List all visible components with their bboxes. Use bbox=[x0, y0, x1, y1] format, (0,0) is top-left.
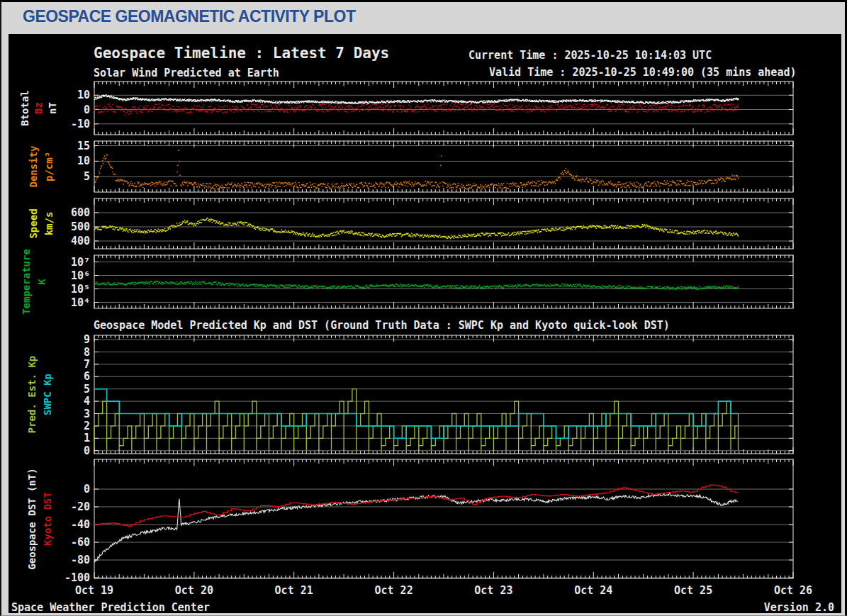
ytick-label: -40 bbox=[71, 518, 90, 531]
panel-frame bbox=[94, 141, 793, 192]
ytick-label: 10⁴ bbox=[71, 296, 90, 309]
xtick-label: Oct 25 bbox=[674, 584, 712, 597]
ytick-label: -80 bbox=[71, 554, 90, 566]
ytick-label: 15 bbox=[77, 140, 90, 152]
axis-label-imf-bz-btotal-1: Bz bbox=[33, 102, 44, 114]
panel-imf-bz-btotal: 100-10BtotalBznT bbox=[19, 82, 793, 135]
series-Density bbox=[94, 150, 739, 190]
ytick-label: 10⁷ bbox=[71, 256, 90, 269]
axis-label-kp-1: SWPC Kp bbox=[42, 374, 53, 415]
axis-label-speed-0: Speed bbox=[28, 208, 39, 238]
ytick-label: -20 bbox=[71, 500, 90, 513]
panel-speed: 600500400Speedkm/s bbox=[28, 198, 793, 249]
panel-kp: 9876543210Pred. Est. KpSWPC Kp bbox=[26, 333, 793, 457]
ytick-label: 8 bbox=[84, 346, 90, 359]
ytick-label: 9 bbox=[84, 333, 90, 346]
series-Btotal bbox=[94, 94, 739, 104]
ytick-label: 5 bbox=[84, 170, 90, 183]
ytick-label: 5 bbox=[84, 383, 90, 396]
axis-label-temperature-0: Temperature bbox=[21, 249, 32, 315]
ytick-label: 0 bbox=[84, 483, 90, 495]
ytick-label: 7 bbox=[84, 358, 90, 371]
ytick-label: -10 bbox=[71, 118, 90, 130]
series-Geospace DST bbox=[94, 493, 738, 562]
page-title: GEOSPACE GEOMAGNETIC ACTIVITY PLOT bbox=[23, 7, 355, 26]
ytick-label: 1 bbox=[84, 432, 90, 444]
ytick-label: 0 bbox=[84, 444, 90, 457]
ytick-label: 500 bbox=[71, 220, 90, 233]
ytick-label: 10 bbox=[77, 155, 90, 167]
xtick-label: Oct 22 bbox=[375, 584, 413, 597]
geospace-chart: 100-10BtotalBznT15105Densityp/cm³6005004… bbox=[9, 34, 841, 613]
page: GEOSPACE GEOMAGNETIC ACTIVITY PLOT Geosp… bbox=[0, 0, 847, 616]
panel-temperature: 10⁷10⁶10⁵10⁴TemperatureK bbox=[21, 249, 793, 315]
xtick-label: Oct 19 bbox=[75, 584, 113, 597]
plot-image: Geospace Timeline : Latest 7 Days Curren… bbox=[9, 34, 841, 613]
panel-density: 15105Densityp/cm³ bbox=[28, 140, 793, 193]
series-Pred. Est. Kp bbox=[94, 389, 739, 451]
panel-frame bbox=[94, 459, 793, 578]
axis-label-imf-bz-btotal-0: Btotal bbox=[19, 90, 30, 126]
xtick-label: Oct 23 bbox=[474, 584, 512, 597]
ytick-label: 0 bbox=[84, 103, 90, 116]
ytick-label: 10⁵ bbox=[71, 283, 90, 296]
axis-label-density-1: p/cm³ bbox=[43, 152, 55, 181]
xtick-label: Oct 21 bbox=[275, 584, 313, 597]
axis-label-dst-1: Kyoto DST bbox=[42, 492, 53, 546]
ytick-label: 4 bbox=[84, 395, 90, 408]
series-Speed bbox=[94, 218, 739, 239]
ytick-label: 3 bbox=[84, 408, 90, 420]
axis-label-temperature-1: K bbox=[36, 279, 47, 285]
ytick-label: 2 bbox=[84, 420, 90, 432]
ytick-label: -60 bbox=[71, 536, 90, 549]
ytick-label: 10 bbox=[77, 89, 90, 101]
axis-label-speed-1: km/s bbox=[43, 212, 55, 236]
xtick-label: Oct 24 bbox=[574, 584, 612, 597]
ytick-label: 400 bbox=[71, 235, 90, 247]
xtick-label: Oct 26 bbox=[774, 584, 812, 597]
panel-frame bbox=[94, 82, 793, 135]
xtick-label: Oct 20 bbox=[175, 584, 213, 597]
axis-label-density-0: Density bbox=[28, 145, 39, 188]
series-Kyoto DST bbox=[94, 485, 739, 526]
axis-label-imf-bz-btotal-2: nT bbox=[47, 102, 58, 114]
panel-frame bbox=[94, 255, 793, 308]
ytick-label: 6 bbox=[84, 370, 90, 383]
axis-label-dst-0: Geospace DST (nT) bbox=[26, 468, 38, 569]
ytick-label: 600 bbox=[71, 206, 90, 219]
ytick-label: 10⁶ bbox=[71, 269, 90, 282]
panel-dst: 0-20-40-60-80-100Geospace DST (nT)Kyoto … bbox=[26, 459, 793, 584]
ytick-label: -100 bbox=[64, 571, 90, 584]
axis-label-kp-0: Pred. Est. Kp bbox=[26, 356, 38, 434]
